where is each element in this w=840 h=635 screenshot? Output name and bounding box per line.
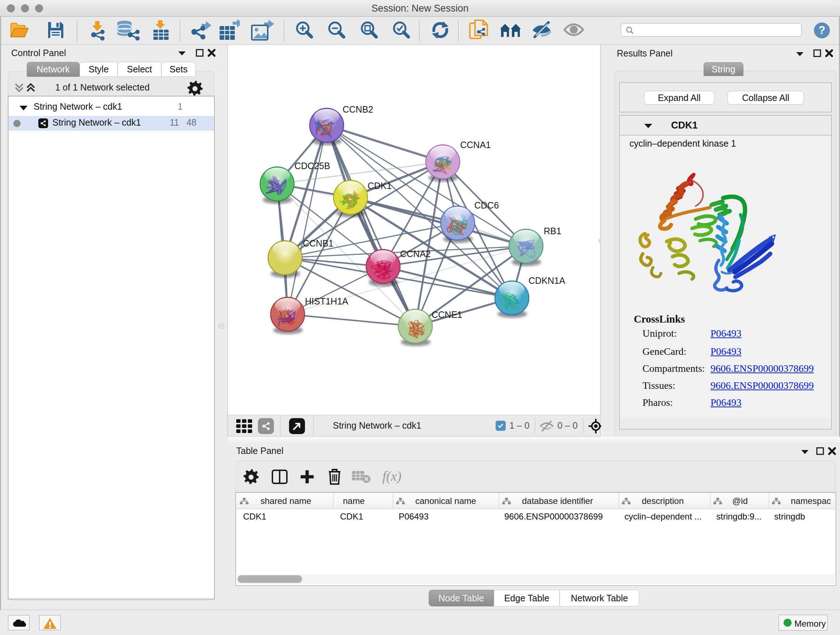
svg-text:CCNA2: CCNA2 [400, 249, 431, 259]
svg-text:CCNB2: CCNB2 [343, 104, 373, 114]
svg-text:RB1: RB1 [544, 226, 561, 236]
svg-text:CDC6: CDC6 [474, 200, 499, 211]
svg-text:CDC25B: CDC25B [294, 161, 330, 171]
svg-text:CDKN1A: CDKN1A [529, 276, 565, 286]
svg-text:CCNA1: CCNA1 [460, 140, 491, 150]
svg-text:CCNE1: CCNE1 [431, 310, 462, 320]
svg-text:CDK1: CDK1 [368, 181, 392, 191]
svg-text:HIST1H1A: HIST1H1A [305, 296, 348, 306]
svg-text:CCNB1: CCNB1 [303, 238, 333, 249]
